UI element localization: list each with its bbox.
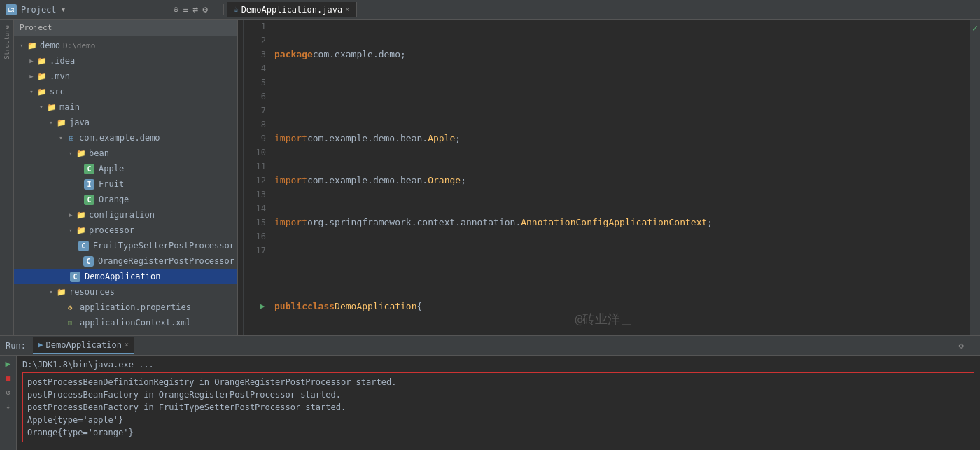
- class-icon-demoapplication: C: [70, 272, 80, 282]
- tree-item-orangeregister[interactable]: C OrangeRegisterPostProcessor: [14, 253, 237, 269]
- code-line-4: import com.example.demo.bean.Orange;: [272, 174, 970, 188]
- tree-label-appprops: application.properties: [80, 302, 191, 312]
- structure-icon[interactable]: Structure: [4, 25, 10, 59]
- tree-item-java[interactable]: ▾ 📁 java: [14, 115, 237, 130]
- minimize-icon-bottom[interactable]: —: [969, 341, 974, 351]
- tree-item-fruittypesetter[interactable]: C FruitTypeSetterPostProcessor: [14, 238, 237, 253]
- arrow-demo: ▾: [17, 41, 27, 50]
- editor-gutter: [238, 20, 244, 335]
- tree-label-main: main: [59, 102, 80, 112]
- tree-label-package: com.example.demo: [79, 133, 160, 143]
- folder-icon-idea: 📁: [36, 55, 48, 66]
- package-icon: ⊞: [66, 132, 77, 143]
- line-num-17: 17: [244, 244, 266, 258]
- run-label: Run:: [6, 341, 26, 351]
- toolbar-icon-3[interactable]: ⇄: [193, 4, 199, 15]
- editor-tab-demoapplication[interactable]: ☕ DemoApplication.java ×: [227, 2, 357, 17]
- toolbar-icon-1[interactable]: ⊕: [174, 4, 179, 15]
- run-scroll-icon[interactable]: ↓: [6, 401, 10, 411]
- run-sidebar: ▶ ■ ↺ ↓: [0, 356, 17, 450]
- arrow-src: ▾: [27, 87, 36, 97]
- toolbar-icon-2[interactable]: ≡: [183, 4, 189, 15]
- bottom-tab-bar: Run: ▶ DemoApplication × ⚙ —: [0, 336, 980, 356]
- project-tree[interactable]: ▾ 📁 demo D:\demo ▶ 📁 .idea ▶ 📁 .mvn: [14, 36, 237, 335]
- arrow-fruittypesetter: [74, 241, 78, 251]
- line-num-8: 8: [244, 118, 266, 132]
- tree-label-configuration: configuration: [89, 210, 155, 220]
- project-panel: Project ▾ 📁 demo D:\demo ▶ 📁 .idea ▶: [14, 20, 238, 335]
- tree-item-orange[interactable]: C Orange: [14, 192, 237, 207]
- class-icon-orangeregister: C: [83, 256, 94, 267]
- tree-label-src: src: [50, 87, 65, 97]
- code-editor[interactable]: 1 2 3 4 5 6 7 8 9 10 11 12 13 14 15 16 1…: [238, 20, 970, 335]
- tree-item-src[interactable]: ▾ 📁 src: [14, 84, 237, 99]
- tab-close-button[interactable]: ×: [345, 6, 349, 13]
- run-tab-demoapplication[interactable]: ▶ DemoApplication ×: [33, 337, 134, 354]
- tree-item-processor[interactable]: ▾ 📁 processor: [14, 223, 237, 238]
- console-path-text: D:\JDK1.8\bin\java.exe ...: [22, 360, 154, 370]
- bottom-panel-icons: ⚙ —: [959, 341, 974, 351]
- arrow-processor: ▾: [66, 225, 76, 235]
- folder-icon-java: 📁: [56, 117, 67, 128]
- arrow-bean: ▾: [66, 148, 76, 158]
- run-play-icon[interactable]: ▶: [6, 358, 11, 369]
- tree-item-appprops[interactable]: ⚙ application.properties: [14, 300, 237, 315]
- code-scroll-area[interactable]: 1 2 3 4 5 6 7 8 9 10 11 12 13 14 15 16 1…: [238, 20, 970, 335]
- tree-label-idea: .idea: [50, 56, 75, 66]
- run-rerun-icon[interactable]: ↺: [6, 387, 10, 397]
- tree-label-fruit: Fruit: [99, 179, 124, 189]
- tree-item-fruit[interactable]: I Fruit: [14, 176, 237, 192]
- console-area[interactable]: D:\JDK1.8\bin\java.exe ... postProcessBe…: [17, 356, 980, 450]
- xml-icon: ⊞: [64, 317, 76, 328]
- line-num-6: 6: [244, 90, 266, 104]
- tree-item-demo[interactable]: ▾ 📁 demo D:\demo: [14, 38, 237, 53]
- java-file-icon: ☕: [234, 5, 239, 14]
- line-num-13: 13: [244, 188, 266, 202]
- console-line-3: postProcessBeanFactory in FruitTypeSette…: [27, 401, 969, 414]
- folder-icon-processor: 📁: [76, 225, 87, 236]
- arrow-configuration: ▶: [66, 210, 76, 220]
- tree-item-appcontext[interactable]: ⊞ applicationContext.xml: [14, 315, 237, 330]
- project-panel-title: Project: [20, 23, 52, 32]
- console-path-line: D:\JDK1.8\bin\java.exe ...: [22, 358, 974, 371]
- line-num-14: 14: [244, 202, 266, 216]
- tree-item-configuration[interactable]: ▶ 📁 configuration: [14, 207, 237, 223]
- line-numbers: 1 2 3 4 5 6 7 8 9 10 11 12 13 14 15 16 1…: [244, 20, 272, 335]
- tree-item-demoapplication[interactable]: C DemoApplication: [14, 269, 237, 284]
- console-output-box: postProcessBeanDefinitionRegistry in Ora…: [22, 372, 974, 442]
- tree-item-main[interactable]: ▾ 📁 main: [14, 99, 237, 115]
- tree-label-demo: demo: [40, 41, 60, 50]
- bottom-panel: Run: ▶ DemoApplication × ⚙ — ▶ ■ ↺ ↓ D:\…: [0, 335, 980, 450]
- tree-label-java: java: [69, 118, 90, 127]
- tree-item-package[interactable]: ▾ ⊞ com.example.demo: [14, 130, 237, 146]
- tree-label-orange: Orange: [99, 195, 129, 204]
- tree-label-processor: processor: [89, 225, 134, 235]
- tree-path-demo: D:\demo: [63, 41, 95, 50]
- settings-icon-bottom[interactable]: ⚙: [959, 341, 964, 351]
- project-header: 🗂 Project ▾ ⊕ ≡ ⇄ ⚙ —: [0, 4, 224, 15]
- tree-item-idea[interactable]: ▶ 📁 .idea: [14, 53, 237, 69]
- tree-item-resources[interactable]: ▾ 📁 resources: [14, 284, 237, 300]
- toolbar-icon-5[interactable]: —: [212, 4, 218, 15]
- tree-label-apple: Apple: [99, 164, 124, 174]
- tree-label-demoapplication: DemoApplication: [85, 272, 160, 281]
- tree-item-bean[interactable]: ▾ 📁 bean: [14, 146, 237, 161]
- code-line-3: import com.example.demo.bean.Apple;: [272, 132, 970, 146]
- tab-filename: DemoApplication.java: [241, 5, 343, 15]
- run-tab-close[interactable]: ×: [125, 341, 129, 349]
- toolbar-icon-4[interactable]: ⚙: [202, 4, 208, 15]
- code-content: package com.example.demo; import com.exa…: [272, 20, 970, 335]
- line-num-16: 16: [244, 230, 266, 244]
- class-icon-fruittypesetter: C: [78, 241, 89, 251]
- tree-item-apple[interactable]: C Apple: [14, 161, 237, 176]
- top-bar: 🗂 Project ▾ ⊕ ≡ ⇄ ⚙ — ☕ DemoApplication.…: [0, 0, 980, 20]
- line-num-1: 1: [244, 20, 266, 34]
- arrow-java: ▾: [46, 118, 56, 127]
- project-dropdown-icon[interactable]: ▾: [61, 4, 66, 15]
- line-num-15: 15: [244, 216, 266, 230]
- line-num-2: 2: [244, 34, 266, 48]
- project-panel-header: Project: [14, 20, 237, 36]
- right-scrollbar-bar: ✓: [970, 20, 980, 335]
- tree-item-mvn[interactable]: ▶ 📁 .mvn: [14, 69, 237, 84]
- run-stop-icon[interactable]: ■: [6, 373, 10, 383]
